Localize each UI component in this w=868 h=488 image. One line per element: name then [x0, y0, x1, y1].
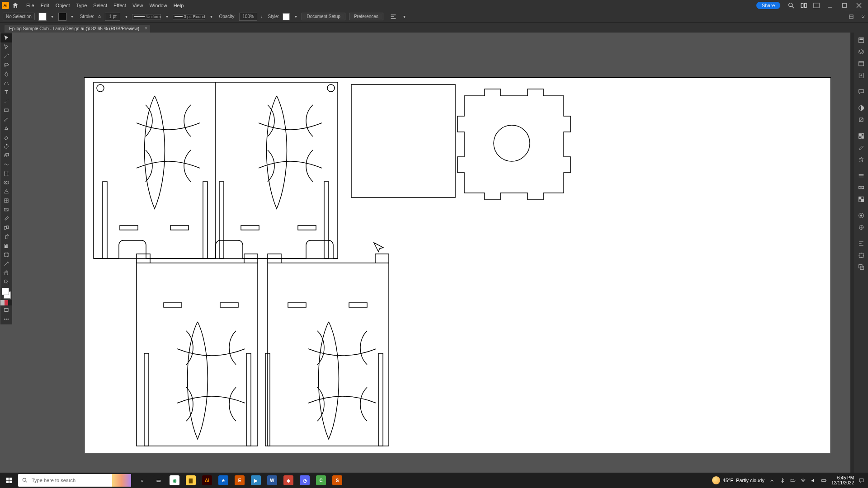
tool-gradient[interactable] [0, 205, 12, 214]
tool-graph[interactable] [0, 241, 12, 250]
menu-view[interactable]: View [130, 0, 146, 11]
tool-eraser[interactable] [0, 133, 12, 142]
tool-type[interactable] [0, 88, 12, 97]
tray-battery-icon[interactable] [821, 478, 827, 483]
taskbar-weather[interactable]: 45°F Partly cloudy [712, 476, 764, 484]
tool-symbol-spray[interactable] [0, 232, 12, 241]
taskbar-clock[interactable]: 6:45 PM 12/11/2022 [831, 475, 854, 485]
tool-hand[interactable] [0, 268, 12, 277]
share-button[interactable]: Share [756, 2, 780, 9]
menu-select[interactable]: Select [90, 0, 110, 11]
tool-mesh[interactable] [0, 196, 12, 205]
document-tab[interactable]: Epilog Sample Club - Lamp Design.ai @ 82… [5, 25, 150, 33]
canvas-stage[interactable] [12, 33, 850, 478]
panel-layers[interactable] [856, 47, 866, 57]
tool-paintbrush[interactable] [0, 115, 12, 124]
taskbar-search[interactable]: Type here to search [18, 474, 131, 487]
close-window[interactable] [856, 3, 862, 8]
panel-comments[interactable] [856, 87, 866, 97]
menu-effect[interactable]: Effect [111, 0, 129, 11]
tool-shape-builder[interactable] [0, 178, 12, 187]
tool-line[interactable] [0, 97, 12, 106]
search-icon[interactable] [788, 2, 795, 9]
tool-direct-select[interactable] [0, 42, 12, 52]
tool-rectangle[interactable] [0, 106, 12, 115]
stroke-dropdown[interactable]: ▾ [70, 14, 75, 19]
panel-pathfinder[interactable] [856, 262, 866, 272]
screen-mode[interactable] [0, 305, 12, 314]
graphic-style-swatch[interactable] [283, 13, 290, 20]
tool-shaper[interactable] [0, 124, 12, 133]
panel-transparency[interactable] [856, 194, 866, 204]
opacity-dropdown[interactable]: › [261, 14, 262, 19]
taskbar-app-brave[interactable]: ◈ [280, 473, 297, 488]
tool-curvature[interactable] [0, 79, 12, 88]
panel-gradient[interactable] [856, 183, 866, 192]
opacity-input[interactable]: 100% [239, 13, 257, 21]
taskbar-app-taskview[interactable]: ▭ [150, 473, 166, 488]
panel-asset-export[interactable] [856, 70, 866, 80]
panel-collapse-strip[interactable] [850, 33, 854, 483]
arrange-windows-icon[interactable] [800, 2, 807, 9]
stroke-weight-dropdown[interactable]: ▾ [124, 14, 128, 19]
tool-perspective[interactable] [0, 187, 12, 196]
style-dropdown[interactable]: ▾ [293, 14, 298, 19]
stroke-weight-input[interactable]: 1 pt [105, 13, 120, 21]
taskbar-app-explorer[interactable]: ▇ [183, 473, 199, 488]
fill-dropdown[interactable]: ▾ [50, 14, 55, 19]
menu-help[interactable]: Help [171, 0, 187, 11]
start-button[interactable] [0, 477, 18, 484]
panel-graphic-styles[interactable] [856, 222, 866, 232]
preferences-button[interactable]: Preferences [349, 13, 383, 20]
align-dropdown[interactable]: ▾ [403, 14, 406, 19]
brush-definition[interactable]: 3 pt. Round [173, 14, 205, 19]
taskbar-app-illustrator[interactable]: Ai [199, 473, 215, 488]
tool-rotate[interactable] [0, 142, 12, 151]
taskbar-app-epilog[interactable]: E [231, 473, 248, 488]
stroke-profile[interactable]: Uniform [132, 14, 161, 19]
taskbar-app-cortana[interactable]: ○ [134, 473, 150, 488]
menu-edit[interactable]: Edit [38, 0, 52, 11]
menu-type[interactable]: Type [74, 0, 90, 11]
notifications-icon[interactable] [859, 478, 864, 483]
tool-zoom[interactable] [0, 277, 12, 286]
color-mode-row[interactable] [0, 300, 12, 305]
tool-eyedropper[interactable] [0, 214, 12, 223]
menu-object[interactable]: Object [53, 0, 73, 11]
panel-color-guide[interactable] [856, 115, 866, 125]
taskbar-app-edge[interactable]: e [215, 473, 231, 488]
panel-appearance[interactable] [856, 211, 866, 221]
tab-close-icon[interactable]: × [145, 26, 147, 31]
align-icon[interactable] [390, 13, 397, 20]
edit-toolbar[interactable]: ••• [0, 314, 12, 324]
taskbar-app-vlc[interactable]: ▶ [248, 473, 264, 488]
tool-free-transform[interactable] [0, 169, 12, 178]
document-setup-button[interactable]: Document Setup [302, 13, 345, 20]
tray-bluetooth-icon[interactable] [779, 478, 785, 483]
tool-scale[interactable] [0, 151, 12, 160]
menu-file[interactable]: File [24, 0, 37, 11]
brush-dropdown[interactable]: ▾ [209, 14, 213, 19]
tool-artboard[interactable] [0, 250, 12, 259]
workspace-icon[interactable] [813, 2, 820, 9]
panel-brushes[interactable] [856, 143, 866, 153]
menu-window[interactable]: Window [147, 0, 170, 11]
panel-transform[interactable] [856, 250, 866, 260]
panel-swatches[interactable] [856, 131, 866, 141]
expand-panels-left[interactable] [857, 11, 868, 23]
tool-lasso[interactable] [0, 61, 12, 70]
tool-selection[interactable] [0, 33, 12, 42]
tray-chevron-icon[interactable] [769, 478, 775, 483]
profile-dropdown[interactable]: ▾ [165, 14, 169, 19]
fill-stroke-indicator[interactable] [0, 286, 12, 300]
panel-libraries[interactable] [856, 59, 866, 69]
tray-onedrive-icon[interactable] [790, 478, 796, 483]
taskbar-app-snagit[interactable]: S [329, 473, 345, 488]
tool-slice[interactable] [0, 259, 12, 268]
stroke-swatch[interactable] [58, 13, 66, 21]
panel-align[interactable] [856, 239, 866, 249]
panel-properties[interactable] [856, 35, 866, 45]
taskbar-app-discord[interactable]: ◔ [297, 473, 313, 488]
taskbar-app-word[interactable]: W [264, 473, 280, 488]
panel-stroke[interactable] [856, 171, 866, 181]
